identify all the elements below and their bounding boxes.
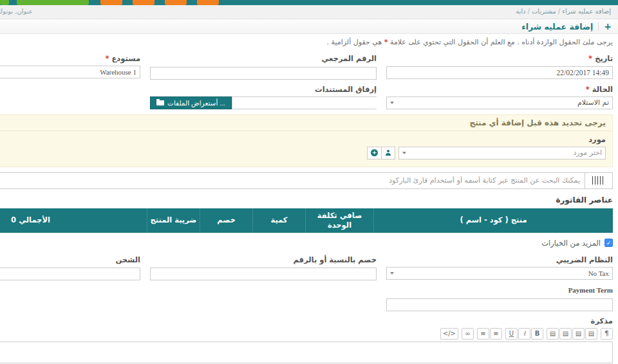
more-options-label: المزيد من الخيارات — [541, 239, 601, 248]
invoice-column-header: كمية — [252, 208, 305, 233]
invoice-table-header: منتج ( كود - اسم )صافي تكلفة الوحدةكميةخ… — [0, 208, 613, 233]
options-form: النظام الضريبي No Tax خصم بالنسبة أو بال… — [0, 250, 613, 311]
reference-field-group: الرقم المرجعي — [150, 49, 377, 80]
breadcrumb-item[interactable]: داية — [516, 8, 525, 15]
status-select[interactable]: تم الاستلام — [386, 96, 613, 109]
date-field-group: تاريخ * — [386, 49, 613, 80]
breadcrumb: داية/مشتريات/إضافة عمليه شراء — [514, 8, 613, 15]
attachments-label: إرفاق المستندات — [150, 85, 377, 94]
header-bar: عنوان, بوتوك داية/مشتريات/إضافة عمليه شر… — [0, 5, 618, 19]
barcode-addon — [585, 172, 613, 189]
attachments-input[interactable] — [232, 96, 377, 109]
invoice-column-header: منتج ( كود - اسم ) — [373, 208, 613, 233]
invoice-column-header: الأجمالي 0 — [0, 208, 147, 233]
shipping-label: الشحن — [0, 255, 140, 264]
note-label: مذكرة — [0, 316, 613, 325]
paragraph-icon[interactable]: ¶ — [601, 328, 613, 340]
plus-icon: + — [604, 22, 612, 31]
align-left-icon[interactable]: ▤ — [559, 328, 572, 340]
title-divider — [598, 23, 599, 31]
supplier-label: مورد — [0, 135, 606, 144]
align-center-icon[interactable]: ▤ — [572, 328, 585, 340]
discount-field-group: خصم بالنسبة أو بالرقم — [150, 250, 377, 281]
page-title-bar: + إضافة عمليه شراء — [0, 19, 618, 34]
note-textarea[interactable] — [0, 341, 613, 363]
warehouse-field-group: مستودع * Warehouse 1 — [0, 49, 140, 80]
supplier-panel-notice: يرجى تحديد هذه قبل إضافة أي منتج — [0, 115, 612, 131]
chevron-down-icon — [390, 102, 394, 104]
toolbar-group: </> — [440, 328, 458, 340]
plus-circle-icon: + — [371, 149, 378, 156]
invoice-column-header: خصم — [200, 208, 252, 233]
folder-icon — [156, 100, 164, 105]
breadcrumb-separator: / — [528, 8, 530, 15]
shipping-input[interactable] — [0, 268, 140, 280]
tax-select[interactable]: No Tax — [386, 267, 613, 280]
orange-toolbar-button[interactable] — [133, 0, 154, 5]
supplier-panel: يرجى تحديد هذه قبل إضافة أي منتج مورد اخ… — [0, 114, 613, 167]
shipping-field-group: الشحن — [0, 250, 140, 281]
orange-toolbar-button[interactable] — [197, 0, 219, 5]
more-options-checkbox[interactable] — [604, 239, 613, 247]
bold-icon[interactable]: B — [531, 328, 543, 340]
invoice-items-title: عناصر الفاتورة — [0, 196, 613, 205]
person-icon — [385, 150, 391, 156]
code-icon[interactable]: </> — [440, 328, 458, 340]
tax-field-group: النظام الضريبي No Tax — [386, 250, 613, 281]
breadcrumb-item[interactable]: مشتريات — [532, 8, 556, 15]
warehouse-label: مستودع * — [0, 54, 140, 63]
date-label: تاريخ * — [386, 54, 613, 63]
green-toolbar-button[interactable] — [0, 0, 9, 5]
view-supplier-button[interactable] — [381, 147, 395, 159]
orange-toolbar-button[interactable] — [100, 0, 122, 5]
discount-label: خصم بالنسبة أو بالرقم — [150, 255, 377, 264]
toolbar-group: ▤▤▤▤ — [546, 328, 597, 340]
product-search-input[interactable] — [0, 172, 585, 189]
note-toolbar: ¶▤▤▤▤BIU≡≡∞</> — [0, 328, 613, 340]
reference-input[interactable] — [150, 67, 377, 80]
link-icon[interactable]: ∞ — [462, 328, 474, 340]
breadcrumb-item[interactable]: إضافة عمليه شراء — [562, 8, 611, 15]
align-right-icon[interactable]: ▤ — [585, 328, 597, 340]
browse-files-button[interactable]: أستعراض الملفات ... — [150, 96, 232, 109]
list-ol-icon[interactable]: ≡ — [490, 328, 502, 340]
tax-label: النظام الضريبي — [386, 255, 613, 264]
chevron-down-icon — [402, 152, 406, 154]
toolbar-group: ¶ — [600, 328, 613, 340]
product-search-row — [0, 172, 613, 189]
more-options-row: المزيد من الخيارات — [0, 239, 613, 248]
date-input[interactable] — [386, 66, 613, 79]
orange-toolbar-button[interactable] — [165, 0, 187, 5]
invoice-column-header: صافي تكلفة الوحدة — [305, 208, 373, 233]
status-label: الحالة * — [386, 85, 613, 94]
account-title: عنوان, بوتوك — [0, 8, 33, 15]
invoice-column-header: ضريبة المنتج — [147, 208, 200, 233]
attachments-field-group: إرفاق المستندات أستعراض الملفات ... — [150, 80, 377, 109]
italic-icon[interactable]: I — [518, 328, 530, 340]
underline-icon[interactable]: U — [505, 328, 518, 340]
status-field-group: الحالة * تم الاستلام — [386, 80, 613, 109]
payment-term-field-group: Payment Term — [386, 280, 613, 311]
toolbar-group: BIU — [505, 328, 543, 340]
warehouse-select[interactable]: Warehouse 1 — [0, 66, 140, 78]
barcode-icon — [592, 176, 605, 185]
supplier-select[interactable]: اختر مورد — [398, 147, 606, 159]
reference-label: الرقم المرجعي — [150, 54, 377, 63]
discount-input[interactable] — [150, 268, 377, 280]
toolbar-group: ≡≡ — [476, 328, 502, 340]
chevron-down-icon — [390, 272, 394, 275]
toolbar-group: ∞ — [461, 328, 474, 340]
top-button-strip — [0, 0, 618, 5]
page-title: إضافة عمليه شراء — [521, 22, 593, 32]
green-toolbar-button[interactable] — [17, 0, 89, 5]
payment-term-input[interactable] — [386, 298, 613, 311]
list-ul-icon[interactable]: ≡ — [477, 328, 489, 340]
form-instruction: يرجى ملئ الحقول الواردة أدناه . مع العلم… — [0, 38, 613, 46]
align-justify-icon[interactable]: ▤ — [547, 328, 559, 340]
breadcrumb-separator: / — [558, 8, 560, 15]
main-form: تاريخ * الرقم المرجعي مستودع * Warehouse… — [0, 49, 613, 109]
payment-term-label: Payment Term — [386, 286, 613, 295]
add-supplier-button[interactable]: + — [367, 147, 381, 159]
